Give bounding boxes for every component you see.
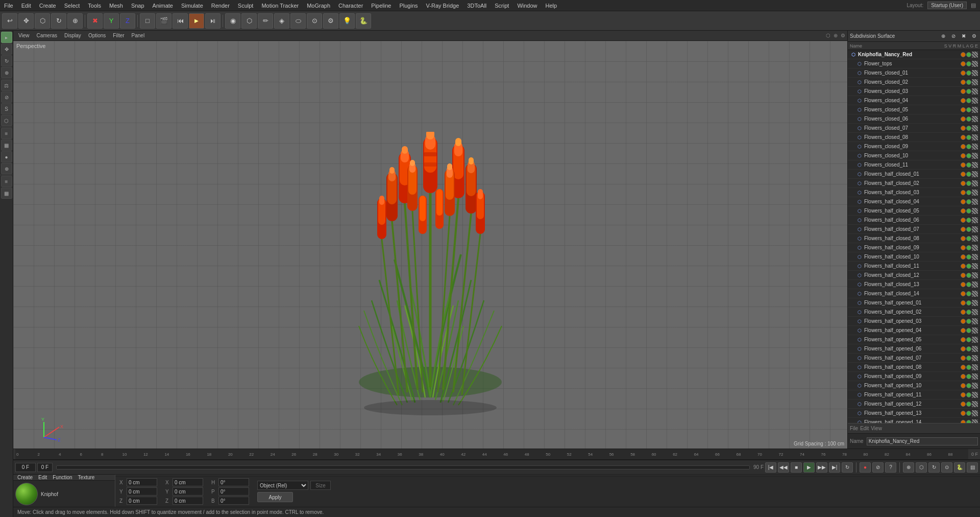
list-item[interactable]: ⬡Flowers_half_opened_07	[848, 354, 980, 363]
list-item[interactable]: ⬡Flowers_half_closed_07	[848, 225, 980, 234]
list-item[interactable]: ⬡Flowers_half_opened_12	[848, 400, 980, 409]
menu-pipeline[interactable]: Pipeline	[367, 3, 395, 9]
ctrl-orange[interactable]	[961, 199, 966, 204]
tweak-tool[interactable]: ⚖	[1, 80, 12, 91]
ctrl-orange[interactable]	[961, 346, 966, 351]
ctrl-orange[interactable]	[961, 89, 966, 94]
ctrl-green[interactable]	[966, 264, 971, 269]
ctrl-green[interactable]	[966, 126, 971, 131]
ctrl-orange[interactable]	[961, 402, 966, 407]
grid2-tool[interactable]: ▦	[1, 187, 12, 199]
ctrl-checker[interactable]	[972, 263, 978, 269]
ctrl-checker[interactable]	[972, 134, 978, 140]
stop-btn[interactable]: ■	[791, 462, 802, 473]
list-item[interactable]: ⬡Flowers_closed_04	[848, 96, 980, 105]
ctrl-checker[interactable]	[972, 346, 978, 352]
snap-btn[interactable]: ⬡	[916, 462, 927, 473]
list-item[interactable]: ⬡Flowers_closed_08	[848, 133, 980, 142]
ctrl-checker[interactable]	[972, 125, 978, 131]
vp-options[interactable]: Options	[85, 31, 109, 40]
vp-settings[interactable]: ⚙	[841, 33, 845, 38]
ctrl-green[interactable]	[966, 402, 971, 407]
ctrl-green[interactable]	[966, 346, 971, 351]
dot-checker[interactable]	[972, 52, 978, 58]
stop-record-btn[interactable]: ⊘	[872, 462, 884, 473]
ctrl-orange[interactable]	[961, 218, 966, 223]
z2-input[interactable]	[173, 497, 203, 505]
ctrl-orange[interactable]	[961, 356, 966, 361]
list-item[interactable]: ⬡Flowers_half_closed_11	[848, 262, 980, 271]
ctrl-checker[interactable]	[972, 61, 978, 67]
ctrl-orange[interactable]	[961, 144, 966, 149]
start-frame-input[interactable]	[37, 463, 53, 472]
z-axis-btn[interactable]: Z	[120, 13, 135, 29]
ctrl-checker[interactable]	[972, 208, 978, 214]
add-key-btn[interactable]: ⊕	[903, 462, 914, 473]
menu-mograph[interactable]: MoGraph	[303, 3, 334, 9]
size-input[interactable]	[310, 481, 331, 490]
ctrl-green[interactable]	[966, 162, 971, 168]
list-item[interactable]: ⬡Flowers_half_opened_04	[848, 326, 980, 335]
ctrl-checker[interactable]	[972, 300, 978, 306]
menu-3dtoall[interactable]: 3DToAll	[463, 3, 491, 9]
render-btn[interactable]: ►	[189, 13, 204, 29]
x-axis-btn[interactable]: ✖	[87, 13, 103, 29]
list-item[interactable]: ⬡Flowers_half_opened_10	[848, 381, 980, 390]
menu-sculpt[interactable]: Sculpt	[234, 3, 258, 9]
hex-tool[interactable]: ⬡	[1, 115, 12, 126]
ctrl-checker[interactable]	[972, 153, 978, 159]
ctrl-orange[interactable]	[961, 153, 966, 158]
mat-edit[interactable]: Edit	[36, 475, 49, 480]
ctrl-checker[interactable]	[972, 281, 978, 288]
h-input[interactable]	[218, 478, 249, 486]
ctrl-orange[interactable]	[961, 190, 966, 195]
ctrl-checker[interactable]	[972, 355, 978, 361]
ctrl-checker[interactable]	[972, 254, 978, 260]
rotate-tool[interactable]: ⊕	[1, 67, 12, 78]
list-item[interactable]: ⬡Flowers_closed_01	[848, 68, 980, 78]
menu-render[interactable]: Render	[207, 3, 234, 9]
box-tool[interactable]: ▦	[1, 139, 12, 151]
ctrl-checker[interactable]	[972, 410, 978, 416]
ctrl-green[interactable]	[966, 337, 971, 342]
menu-plugins[interactable]: Plugins	[395, 3, 422, 9]
list-item[interactable]: ⬡Flower_tops	[848, 59, 980, 68]
ctrl-checker[interactable]	[972, 226, 978, 232]
ctrl-checker[interactable]	[972, 373, 978, 380]
menu-window[interactable]: Window	[513, 3, 541, 9]
x2-input[interactable]	[173, 478, 203, 486]
list-item[interactable]: ⬡Flowers_closed_11	[848, 160, 980, 170]
timeline-menu-btn[interactable]: ▤	[967, 462, 978, 473]
list-item[interactable]: ⬡Flowers_half_closed_02	[848, 179, 980, 188]
ctrl-orange[interactable]	[961, 116, 966, 122]
list-item[interactable]: ⬡Flowers_half_opened_02	[848, 308, 980, 317]
ctrl-checker[interactable]	[972, 70, 978, 76]
vp-view[interactable]: View	[15, 31, 33, 40]
env-btn[interactable]: ⬭	[290, 13, 306, 29]
ctrl-green[interactable]	[966, 107, 971, 112]
ctrl-orange[interactable]	[961, 61, 966, 66]
list-item[interactable]: ⬡Flowers_closed_07	[848, 124, 980, 133]
light-btn[interactable]: ⚙	[323, 13, 338, 29]
y2-input[interactable]	[173, 487, 203, 496]
ctrl-checker[interactable]	[972, 236, 978, 242]
timeline-ruler[interactable]: 0246810121416182022242628303234363840424…	[15, 449, 968, 459]
render-prev-btn[interactable]: ⏮	[173, 13, 188, 29]
ctrl-orange[interactable]	[961, 162, 966, 168]
ctrl-checker[interactable]	[972, 144, 978, 150]
ctrl-green[interactable]	[966, 236, 971, 241]
prev-frame-btn[interactable]: |◀	[765, 462, 776, 473]
ctrl-green[interactable]	[966, 80, 971, 85]
next-frame-btn[interactable]: ▶|	[829, 462, 840, 473]
ctrl-orange[interactable]	[961, 70, 966, 76]
ctrl-checker[interactable]	[972, 107, 978, 113]
list-item[interactable]: ⬡Flowers_half_closed_03	[848, 188, 980, 197]
record-btn[interactable]: ●	[860, 462, 871, 473]
ctrl-orange[interactable]	[961, 254, 966, 260]
ctrl-orange[interactable]	[961, 365, 966, 370]
menu-snap[interactable]: Snap	[127, 3, 149, 9]
power-btn[interactable]: ⊙	[941, 462, 952, 473]
ctrl-green[interactable]	[966, 116, 971, 122]
ctrl-orange[interactable]	[961, 172, 966, 177]
ctrl-checker[interactable]	[972, 245, 978, 251]
